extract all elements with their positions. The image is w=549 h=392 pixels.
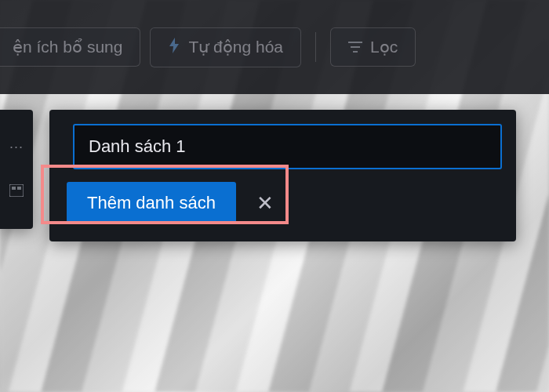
template-icon[interactable] xyxy=(9,184,24,200)
addon-label: ện ích bổ sung xyxy=(13,38,122,56)
automation-button[interactable]: Tự động hóa xyxy=(150,27,301,67)
toolbar-divider xyxy=(315,32,316,62)
close-icon[interactable]: ✕ xyxy=(250,188,280,219)
more-icon[interactable]: ··· xyxy=(9,139,24,155)
svg-rect-2 xyxy=(17,187,21,190)
add-list-panel: Thêm danh sách ✕ xyxy=(49,110,516,241)
filter-button[interactable]: Lọc xyxy=(330,27,416,67)
toolbar: ện ích bổ sung Tự động hóa Lọc xyxy=(0,0,549,94)
svg-rect-0 xyxy=(9,184,24,197)
automation-label: Tự động hóa xyxy=(188,38,283,56)
svg-rect-1 xyxy=(12,187,16,190)
filter-label: Lọc xyxy=(370,38,398,56)
add-list-button[interactable]: Thêm danh sách xyxy=(67,182,236,224)
action-row: Thêm danh sách ✕ xyxy=(67,182,502,224)
filter-icon xyxy=(348,38,362,56)
list-name-input[interactable] xyxy=(73,124,502,169)
side-panel: ··· xyxy=(0,110,33,229)
addon-button[interactable]: ện ích bổ sung xyxy=(0,27,140,67)
bolt-icon xyxy=(168,38,180,57)
